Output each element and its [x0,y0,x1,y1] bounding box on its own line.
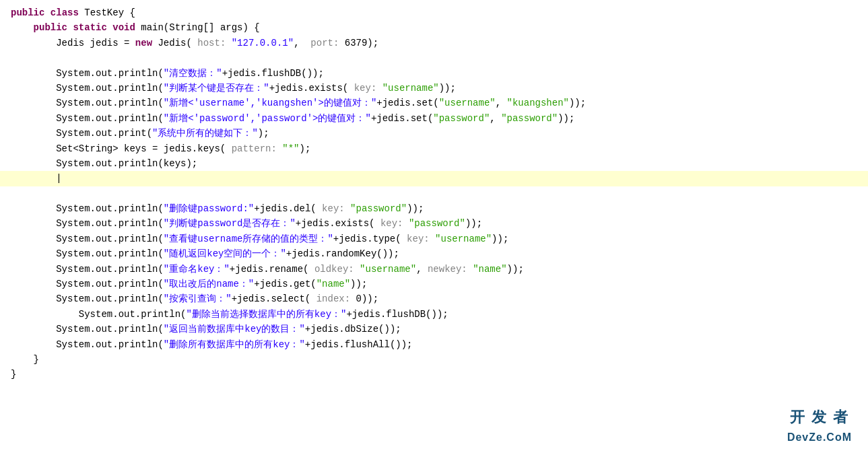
code-token-cn: +jedis.get( [254,277,316,291]
code-line: System.out.println("删除所有数据库中的所有key："+jed… [0,337,868,352]
code-token-cn: +jedis.type( [333,232,407,246]
brand-line2: DevZe.CoM [787,429,852,446]
code-token-kw: new [135,36,152,50]
code-line [0,186,868,201]
code-token-cn: ); [258,126,269,141]
code-token-cn [107,20,112,35]
code-token-cn [226,36,231,50]
code-line: System.out.println("新增<'password','passw… [0,111,868,126]
code-line: } [0,367,868,382]
code-token-str: "删除所有数据库中的所有key：" [164,337,305,352]
code-token-cn: System.out.println( [11,96,164,110]
code-token-cn [430,232,435,246]
code-token-cn: +jedis.set( [376,96,438,110]
code-token-cn: )); [507,262,524,277]
code-token-cn: +jedis.flushDB()); [346,307,448,322]
code-token-green-str: "name" [473,262,506,277]
code-line: System.out.println(keys); [0,156,868,171]
code-token-cn [354,262,360,277]
code-token-cn: +jedis.dbSize()); [305,322,401,337]
code-token-cn: Jedis jedis = [11,36,135,50]
code-token-green-str: "username" [435,232,492,246]
code-token-cn: ); [300,141,311,156]
code-token-green-str: "*" [282,141,299,156]
code-line: System.out.println("清空数据："+jedis.flushDB… [0,66,868,81]
code-line: } [0,352,868,367]
code-token-green-str: "username" [382,81,439,96]
code-token-cn: +jedis.del( [254,201,322,216]
code-token-cn: System.out.println( [11,216,164,231]
code-token-str: "清空数据：" [164,66,222,81]
code-token-cn: } [11,352,39,367]
code-token-cn: +jedis.randomKey()); [286,246,399,261]
code-token-param-label: host: [197,36,226,50]
code-token-cn: )); [492,232,508,246]
code-token-kw: class [51,5,79,20]
code-token-cn [345,201,350,216]
code-line: public static void main(String[] args) { [0,20,868,35]
code-container: public class TestKey { public static voi… [0,0,868,457]
code-token-kw: void [112,20,135,35]
code-token-cn: )); [439,81,456,96]
code-line: System.out.println("按索引查询："+jedis.select… [0,291,868,306]
code-token-cn: )); [558,111,574,126]
code-token-kw: static [73,20,106,35]
code-line: System.out.println("删除当前选择数据库中的所有key："+j… [0,307,868,322]
code-token-cn: +jedis.select( [232,291,316,306]
code-token-green-str: "password" [350,201,407,216]
code-token-cn [44,5,50,20]
code-token-str: "127.0.0.1" [232,36,294,50]
code-line: System.out.print("系统中所有的键如下："); [0,126,868,141]
code-block: public class TestKey { public static voi… [0,5,868,382]
code-line: System.out.println("返回当前数据库中key的数目："+jed… [0,322,868,337]
code-token-str: "新增<'username','kuangshen'>的键值对：" [164,96,376,110]
code-line [0,50,868,65]
code-token-cn: System.out.println( [11,337,164,352]
code-token-cn: Set<String> keys = jedis.keys( [11,141,232,156]
code-token-cn: , [496,96,507,110]
code-token-str: "返回当前数据库中key的数目：" [164,322,305,337]
code-token-str: "新增<'password','password'>的键值对：" [164,111,371,126]
code-token-param-label: key: [407,232,430,246]
code-token-cn: )); [350,277,367,291]
code-token-cn: System.out.println( [11,277,164,291]
code-token-str: "删除键password:" [164,201,254,216]
code-token-str: "按索引查询：" [164,291,232,306]
code-token-str: "重命名key：" [164,262,230,277]
code-line: System.out.println("新增<'username','kuang… [0,96,868,110]
code-token-cn: +jedis.flushDB()); [222,66,324,81]
code-token-kw: public [11,20,67,35]
code-line: Jedis jedis = new Jedis( host: "127.0.0.… [0,36,868,50]
code-token-cn: )); [407,201,424,216]
code-token-cn [277,141,282,156]
code-line: System.out.println("取出改后的name："+jedis.ge… [0,277,868,291]
code-line: public class TestKey { [0,5,868,20]
code-token-str: "判断键password是否存在：" [164,216,296,231]
code-token-cn: Jedis( [152,36,197,50]
brand-watermark: 开 发 者 DevZe.CoM [787,405,852,446]
code-token-param-label: key: [322,201,345,216]
code-token-cn: , [416,262,428,277]
code-token-str: "随机返回key空间的一个：" [164,246,286,261]
code-token-cn [403,216,409,231]
code-token-cn: System.out.println( [11,81,164,96]
code-token-cn: +jedis.exists( [296,216,380,231]
code-token-cn: +jedis.rename( [230,262,314,277]
code-token-cn: 6379); [339,36,378,50]
code-token-cn: | [11,171,62,186]
code-token-green-str: "kuangshen" [507,96,569,110]
code-token-cn: , [294,36,310,50]
code-token-str: "判断某个键是否存在：" [164,81,269,96]
code-token-cn: System.out.println( [11,322,164,337]
code-line: System.out.println("判断键password是否存在："+je… [0,216,868,231]
code-token-param-label: index: [316,291,350,306]
brand-line1: 开 发 者 [787,405,852,429]
code-token-cn: System.out.print( [11,126,152,141]
code-token-cn: main(String[] args) { [135,20,260,35]
code-token-cn: System.out.println( [11,307,186,322]
code-token-cn: System.out.println( [11,262,164,277]
code-token-cn: TestKey { [79,5,135,20]
code-token-cn: System.out.println(keys); [11,156,197,171]
code-line: System.out.println("查看键username所存储的值的类型：… [0,232,868,246]
code-line: Set<String> keys = jedis.keys( pattern: … [0,141,868,156]
